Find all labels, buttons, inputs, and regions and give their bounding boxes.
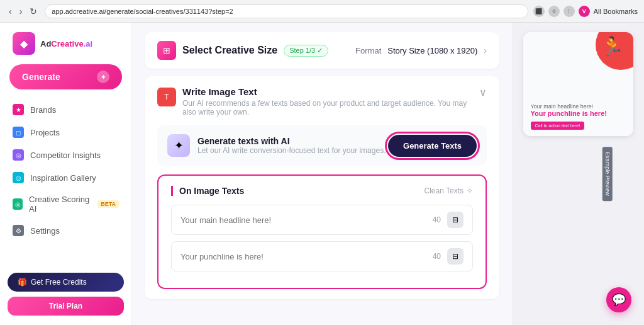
generate-ai-text: Generate texts with AI Let our AI write … bbox=[197, 136, 386, 155]
preview-punchline: Your punchline is here! bbox=[531, 110, 626, 117]
section-header-right: Format Story Size (1080 x 1920) › bbox=[355, 45, 487, 55]
settings-label: Settings bbox=[30, 226, 60, 236]
generate-ai-desc: Let our AI write conversion-focused text… bbox=[197, 146, 386, 155]
get-credits-button[interactable]: 🎁 Get Free Credits bbox=[8, 273, 124, 292]
main-content: ⊞ Select Creative Size Step 1/3 ✓ Format… bbox=[132, 23, 512, 325]
write-section-header: T Write Image Text Our AI recommends a f… bbox=[157, 86, 487, 117]
chat-icon: 💬 bbox=[612, 293, 626, 307]
punchline-edit-icon[interactable]: ⊟ bbox=[447, 248, 464, 265]
generate-texts-button[interactable]: Generate Texts bbox=[388, 135, 477, 157]
bookmark-star-icon: ☆ bbox=[548, 6, 560, 17]
sidebar-item-competitor[interactable]: ◎ Competitor Insights bbox=[5, 144, 126, 166]
write-section-text: Write Image Text Our AI recommends a few… bbox=[182, 86, 479, 117]
inspiration-icon: ◎ bbox=[13, 172, 24, 183]
bookmarks-label: All Bookmarks bbox=[594, 8, 638, 15]
headline-input[interactable] bbox=[180, 215, 422, 225]
punchline-input[interactable] bbox=[180, 252, 422, 261]
brands-icon: ★ bbox=[13, 104, 24, 115]
main-wrapper: ◆ AdCreative.ai Generate ✦ ★ Brands ◻ Pr… bbox=[0, 23, 644, 325]
on-image-title: On Image Texts bbox=[171, 186, 244, 196]
projects-icon: ◻ bbox=[13, 127, 24, 138]
sidebar: ◆ AdCreative.ai Generate ✦ ★ Brands ◻ Pr… bbox=[0, 23, 132, 325]
headline-edit-icon[interactable]: ⊟ bbox=[447, 212, 464, 228]
chat-bubble-button[interactable]: 💬 bbox=[606, 287, 631, 312]
preview-figure: 🏃 bbox=[601, 35, 624, 57]
write-section-left: T Write Image Text Our AI recommends a f… bbox=[157, 86, 479, 117]
step-badge: Step 1/3 ✓ bbox=[284, 45, 328, 57]
check-icon: ✓ bbox=[317, 47, 323, 55]
extensions-icon: ⬛ bbox=[533, 6, 545, 17]
browser-chrome: ‹ › ↻ app.adcreative.ai/generate/social-… bbox=[0, 0, 644, 23]
headline-field-row: 40 ⊟ bbox=[171, 205, 473, 235]
generate-ai-row: ✦ Generate texts with AI Let our AI writ… bbox=[157, 125, 487, 166]
select-size-title: Select Creative Size bbox=[182, 45, 277, 56]
on-image-header: On Image Texts Clean Texts ✧ bbox=[171, 186, 473, 196]
headline-char-count: 40 bbox=[428, 215, 441, 224]
format-button[interactable]: Format bbox=[355, 46, 381, 55]
clean-icon: ✧ bbox=[467, 186, 473, 195]
projects-label: Projects bbox=[30, 128, 60, 137]
preview-card: 🏃 Your main headline here! Your punchlin… bbox=[523, 32, 633, 136]
sidebar-item-settings[interactable]: ⚙ Settings bbox=[5, 220, 126, 241]
write-image-text-section: T Write Image Text Our AI recommends a f… bbox=[145, 76, 499, 299]
back-button[interactable]: ‹ bbox=[6, 5, 14, 18]
sidebar-item-projects[interactable]: ◻ Projects bbox=[5, 122, 126, 143]
forward-button[interactable]: › bbox=[17, 5, 25, 18]
competitor-label: Competitor Insights bbox=[30, 151, 101, 160]
generate-ai-title: Generate texts with AI bbox=[197, 136, 386, 146]
scoring-icon: ◎ bbox=[13, 198, 23, 210]
preview-text-area: Your main headline here! Your punchline … bbox=[531, 103, 626, 117]
select-size-icon: ⊞ bbox=[157, 41, 176, 60]
punchline-char-count: 40 bbox=[428, 252, 441, 261]
write-section-desc: Our AI recommends a few texts based on y… bbox=[182, 99, 479, 117]
ai-sparkle-icon: ✦ bbox=[167, 134, 190, 157]
story-size-button[interactable]: Story Size (1080 x 1920) bbox=[387, 46, 477, 55]
inspiration-label: Inspiration Gallery bbox=[30, 173, 96, 183]
sidebar-nav: ★ Brands ◻ Projects ◎ Competitor Insight… bbox=[0, 99, 131, 241]
browser-icons: ⬛ ☆ ⋮ V All Bookmarks bbox=[533, 6, 638, 17]
trial-plan-label: Trial Plan bbox=[8, 297, 124, 316]
write-text-icon: T bbox=[157, 88, 176, 106]
sidebar-item-scoring[interactable]: ◎ Creative Scoring AI BETA bbox=[5, 190, 126, 219]
preview-main-text: Your main headline here! bbox=[531, 103, 626, 110]
refresh-button[interactable]: ↻ bbox=[27, 5, 40, 18]
logo-text: AdCreative.ai bbox=[40, 39, 92, 48]
generate-ai-left: ✦ Generate texts with AI Let our AI writ… bbox=[167, 134, 386, 157]
sidebar-item-brands[interactable]: ★ Brands bbox=[5, 99, 126, 120]
logo-icon: ◆ bbox=[13, 32, 35, 55]
preview-background: 🏃 Your main headline here! Your punchlin… bbox=[523, 32, 633, 136]
beta-badge: BETA bbox=[97, 200, 119, 208]
sidebar-bottom: 🎁 Get Free Credits Trial Plan bbox=[0, 273, 131, 316]
chevron-right-icon: › bbox=[484, 45, 487, 55]
address-bar[interactable]: app.adcreative.ai/generate/social-creati… bbox=[45, 4, 528, 18]
sparkle-icon: ✦ bbox=[97, 71, 109, 83]
punchline-field-row: 40 ⊟ bbox=[171, 241, 473, 271]
competitor-icon: ◎ bbox=[13, 149, 24, 161]
settings-icon: ⚙ bbox=[13, 225, 24, 236]
browser-nav: ‹ › ↻ bbox=[6, 5, 40, 18]
brands-label: Brands bbox=[30, 105, 56, 115]
write-section-title: Write Image Text bbox=[182, 86, 479, 97]
preview-panel: 🏃 Your main headline here! Your punchlin… bbox=[512, 23, 644, 325]
section-header-left: ⊞ Select Creative Size Step 1/3 ✓ bbox=[157, 41, 328, 60]
example-preview-label: Example Preview bbox=[602, 147, 613, 201]
sidebar-logo: ◆ AdCreative.ai bbox=[0, 32, 131, 64]
preview-cta: Call to action text here! bbox=[531, 122, 585, 130]
sidebar-item-inspiration[interactable]: ◎ Inspiration Gallery bbox=[5, 167, 126, 188]
clean-texts-button[interactable]: Clean Texts ✧ bbox=[425, 186, 473, 195]
profile-menu-icon: ⋮ bbox=[564, 6, 575, 17]
gift-icon: 🎁 bbox=[18, 278, 27, 287]
generate-button[interactable]: Generate ✦ bbox=[9, 64, 122, 89]
profile-avatar[interactable]: V bbox=[579, 6, 590, 17]
on-image-texts-section: On Image Texts Clean Texts ✧ 40 ⊟ 40 bbox=[157, 174, 487, 289]
select-creative-size-section: ⊞ Select Creative Size Step 1/3 ✓ Format… bbox=[145, 32, 499, 69]
scoring-label: Creative Scoring AI bbox=[29, 195, 91, 214]
collapse-icon[interactable]: ∨ bbox=[479, 86, 487, 98]
